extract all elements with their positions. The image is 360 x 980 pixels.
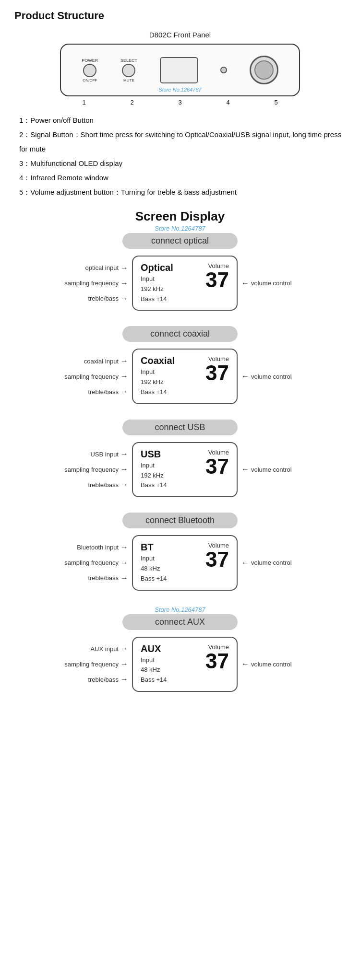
- panel-watermark: Store No.1264787: [158, 87, 201, 93]
- left-labels-0: optical input→sampling frequency→treble/…: [61, 264, 128, 303]
- num-3: 3: [178, 99, 181, 106]
- card-top-4: AUXInput48 kHzBass +14Volume37: [141, 643, 229, 685]
- card-right-4: Volume37: [205, 643, 229, 672]
- arrow-right-3-2: →: [120, 574, 128, 583]
- arrow-right-2-2: →: [120, 480, 128, 489]
- volume-knob[interactable]: [250, 56, 278, 84]
- cards-container: connect opticaloptical input→sampling fr…: [14, 233, 346, 692]
- arrow-left-4: ←: [241, 660, 249, 668]
- connect-badge-1: connect coaxial: [122, 326, 238, 342]
- card-details-3: Input48 kHzBass +14: [141, 554, 167, 583]
- desc-1: 1：Power on/off Button: [19, 113, 346, 128]
- connect-badge-3: connect Bluetooth: [122, 513, 238, 528]
- card-right-0: Volume37: [205, 262, 229, 291]
- label-text-2-2: treble/bass: [88, 481, 119, 489]
- connect-badge-0: connect optical: [122, 233, 238, 249]
- panel-title: D802C Front Panel: [14, 31, 346, 39]
- card-volume-num-0: 37: [205, 269, 229, 291]
- arrow-right-3-0: →: [120, 543, 128, 552]
- right-label-4: ←volume control: [241, 660, 299, 668]
- label-arrow-4-2: treble/bass→: [88, 675, 128, 684]
- label-text-1-2: treble/bass: [88, 388, 119, 396]
- screen-card-4: AUXInput48 kHzBass +14Volume37: [132, 637, 238, 692]
- card-details-1: Input192 kHzBass +14: [141, 367, 175, 397]
- display-group-2: connect USBUSB input→sampling frequency→…: [14, 420, 346, 497]
- display-group-3: connect BluetoothBluetooth input→samplin…: [14, 513, 346, 590]
- arrow-right-2-0: →: [120, 450, 128, 458]
- oled-display: [160, 57, 198, 83]
- left-labels-4: AUX input→sampling frequency→treble/bass…: [61, 644, 128, 684]
- display-row-4: AUX input→sampling frequency→treble/bass…: [14, 637, 346, 692]
- right-label-0: ←volume control: [241, 279, 299, 288]
- arrow-right-4-1: →: [120, 660, 128, 668]
- label-text-2-0: USB input: [90, 451, 119, 458]
- volume-control-label-4: volume control: [251, 661, 292, 668]
- arrow-right-0-0: →: [120, 264, 128, 272]
- screen-display-title: Screen Display: [14, 209, 346, 224]
- card-details-2: Input192 kHzBass +14: [141, 461, 167, 490]
- label-text-0-2: treble/bass: [88, 295, 119, 302]
- label-arrow-0-0: optical input→: [85, 264, 128, 272]
- card-details-0: Input192 kHzBass +14: [141, 274, 173, 304]
- label-arrow-1-1: sampling frequency→: [64, 372, 128, 381]
- screen-card-1: CoaxialInput192 kHzBass +14Volume37: [132, 349, 238, 404]
- card-input-type-3: BT: [141, 542, 167, 553]
- arrow-left-2: ←: [241, 465, 249, 474]
- display-row-1: coaxial input→sampling frequency→treble/…: [14, 349, 346, 404]
- card-details-4: Input48 kHzBass +14: [141, 655, 167, 685]
- label-arrow-1-2: treble/bass→: [88, 387, 128, 396]
- screen-watermark-2: Store No.1264787: [14, 606, 346, 613]
- label-arrow-3-0: Bluetooth input→: [77, 543, 128, 552]
- card-volume-num-2: 37: [205, 456, 229, 477]
- card-right-2: Volume37: [205, 449, 229, 477]
- num-labels: 1 2 3 4 5: [60, 99, 300, 106]
- panel-diagram: POWER ON/OFF SELECT MUTE: [60, 44, 300, 96]
- label-text-1-1: sampling frequency: [64, 373, 119, 380]
- label-text-4-1: sampling frequency: [64, 661, 119, 668]
- panel-section: D802C Front Panel POWER ON/OFF SELECT MU…: [14, 31, 346, 106]
- label-arrow-3-2: treble/bass→: [88, 574, 128, 583]
- volume-control-label-3: volume control: [251, 559, 292, 566]
- card-volume-num-1: 37: [205, 362, 229, 384]
- display-row-3: Bluetooth input→sampling frequency→trebl…: [14, 535, 346, 590]
- page-title: Product Structure: [14, 10, 346, 22]
- arrow-right-2-1: →: [120, 465, 128, 474]
- label-arrow-3-1: sampling frequency→: [64, 559, 128, 567]
- descriptions: 1：Power on/off Button 2：Signal Button：Sh…: [19, 113, 346, 199]
- label-arrow-2-2: treble/bass→: [88, 480, 128, 489]
- card-left-0: OpticalInput192 kHzBass +14: [141, 262, 173, 304]
- screen-card-2: USBInput192 kHzBass +14Volume37: [132, 442, 238, 497]
- card-top-2: USBInput192 kHzBass +14Volume37: [141, 449, 229, 490]
- label-text-4-0: AUX input: [90, 645, 119, 653]
- label-text-4-2: treble/bass: [88, 676, 119, 683]
- page: Product Structure D802C Front Panel POWE…: [0, 0, 360, 726]
- display-group-1: connect coaxialcoaxial input→sampling fr…: [14, 326, 346, 404]
- right-label-3: ←volume control: [241, 559, 299, 567]
- card-top-1: CoaxialInput192 kHzBass +14Volume37: [141, 355, 229, 397]
- left-labels-1: coaxial input→sampling frequency→treble/…: [61, 357, 128, 396]
- arrow-left-3: ←: [241, 559, 249, 567]
- arrow-right-0-1: →: [120, 279, 128, 288]
- arrow-right-3-1: →: [120, 559, 128, 567]
- label-text-3-0: Bluetooth input: [77, 544, 119, 551]
- label-text-3-1: sampling frequency: [64, 559, 119, 566]
- desc-2: 2：Signal Button：Short time press for swi…: [19, 128, 346, 156]
- power-label-top: POWER: [82, 58, 98, 63]
- display-row-0: optical input→sampling frequency→treble/…: [14, 256, 346, 311]
- card-left-2: USBInput192 kHzBass +14: [141, 449, 167, 490]
- arrow-left-0: ←: [241, 279, 249, 288]
- screen-display-section: Screen Display Store No.1264787 connect …: [14, 209, 346, 692]
- right-label-1: ←volume control: [241, 372, 299, 381]
- knob-inner: [254, 60, 274, 80]
- card-input-type-0: Optical: [141, 262, 173, 273]
- screen-card-3: BTInput48 kHzBass +14Volume37: [132, 535, 238, 590]
- select-button[interactable]: [122, 64, 135, 77]
- card-top-3: BTInput48 kHzBass +14Volume37: [141, 542, 229, 583]
- select-label-top: SELECT: [120, 58, 137, 63]
- power-button[interactable]: [83, 64, 96, 77]
- num-5: 5: [274, 99, 277, 106]
- card-right-1: Volume37: [205, 355, 229, 384]
- left-labels-3: Bluetooth input→sampling frequency→trebl…: [61, 543, 128, 583]
- label-text-0-0: optical input: [85, 264, 119, 271]
- left-labels-2: USB input→sampling frequency→treble/bass…: [61, 450, 128, 489]
